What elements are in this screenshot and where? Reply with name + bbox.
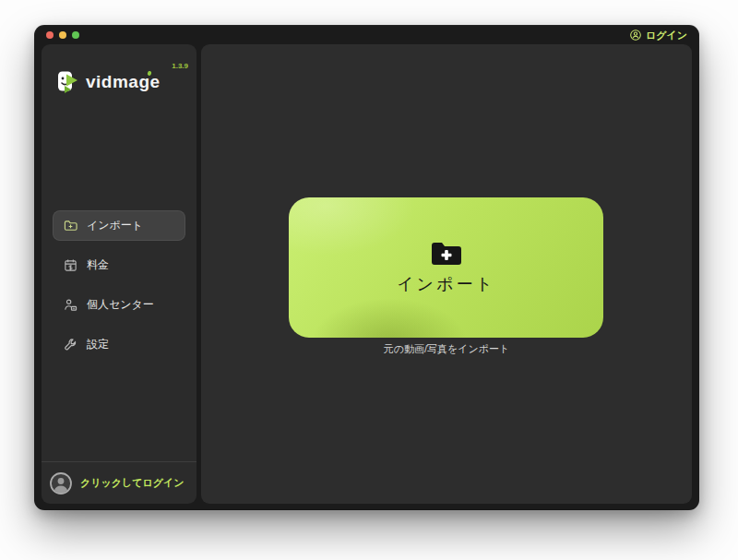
window-controls: [46, 31, 79, 39]
vidmage-logo-icon: [57, 69, 79, 95]
import-dropzone-button[interactable]: インポート: [289, 197, 603, 338]
login-button[interactable]: ログイン: [630, 29, 687, 42]
titlebar: ログイン: [35, 26, 698, 44]
folder-import-icon: [64, 219, 77, 232]
login-prompt-label: クリックしてログイン: [80, 476, 184, 490]
sidebar-item-label: 個人センター: [87, 297, 154, 313]
sidebar: vidmage 1.3.9 インポート: [42, 44, 196, 504]
close-window-button[interactable]: [46, 31, 54, 39]
login-button-label: ログイン: [646, 29, 687, 42]
folder-plus-icon: [430, 240, 463, 268]
sidebar-item-pricing[interactable]: 料金: [53, 250, 185, 280]
import-card-label: インポート: [397, 273, 495, 295]
sidebar-item-personal-center[interactable]: 個人センター: [53, 290, 185, 320]
user-card-icon: [64, 298, 77, 312]
login-user-icon: [630, 30, 641, 41]
person-circle-icon: [50, 472, 72, 494]
zoom-window-button[interactable]: [72, 31, 79, 39]
sidebar-item-import[interactable]: インポート: [53, 210, 185, 241]
brand-logo: vidmage: [57, 69, 161, 95]
main-panel: インポート 元の動画/写真をインポート: [201, 44, 692, 504]
app-window: ログイン vidmage 1.3.9: [35, 26, 698, 509]
version-label: 1.3.9: [172, 62, 188, 70]
sidebar-item-label: 設定: [87, 337, 109, 352]
sidebar-item-label: 料金: [87, 257, 109, 273]
sidebar-menu: インポート 料金: [53, 210, 185, 360]
sidebar-item-settings[interactable]: 設定: [53, 329, 185, 360]
sidebar-item-label: インポート: [87, 218, 143, 233]
import-caption: 元の動画/写真をインポート: [201, 342, 692, 356]
sidebar-login-row[interactable]: クリックしてログイン: [42, 461, 196, 504]
wrench-icon: [64, 338, 77, 351]
minimize-window-button[interactable]: [59, 31, 66, 39]
billing-calendar-icon: [64, 258, 77, 272]
